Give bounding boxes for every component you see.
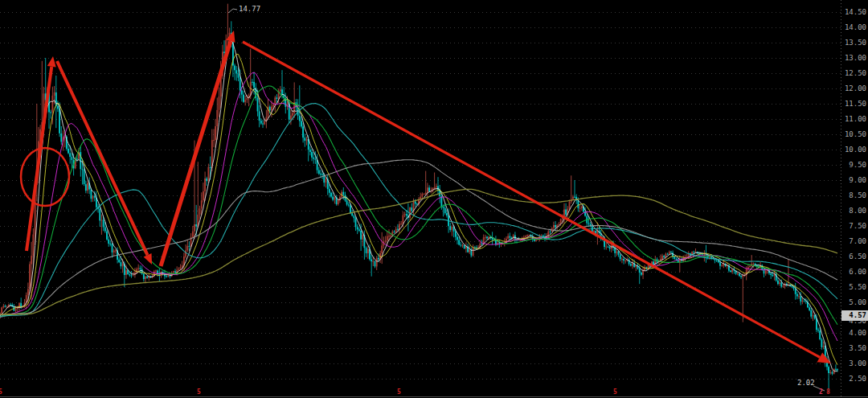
y-axis-label: 14.00 — [839, 24, 866, 31]
up-arrow-2-annotation — [161, 41, 231, 266]
y-axis-label: 6.00 — [839, 269, 866, 276]
x-axis-label: 5 — [613, 389, 617, 396]
y-axis-label: 13.00 — [839, 55, 866, 62]
y-axis-label: 8.50 — [839, 192, 866, 199]
y-axis-label: 10.00 — [839, 146, 866, 154]
y-axis-label: 11.00 — [839, 116, 866, 123]
y-axis-label: 9.50 — [839, 162, 866, 169]
y-axis-label: 13.50 — [839, 39, 866, 47]
x-axis-label: 5 — [0, 389, 2, 396]
x-axis-label: 2 — [819, 389, 823, 396]
y-axis-label: 3.00 — [839, 360, 866, 367]
y-axis-label: 10.50 — [839, 131, 866, 138]
y-axis-label: 5.50 — [839, 284, 866, 291]
current-price-tag: 4.57 — [841, 310, 868, 321]
y-axis-label: 12.50 — [839, 70, 866, 77]
y-axis-label: 14.50 — [839, 9, 866, 16]
x-axis-label: 5 — [397, 389, 401, 396]
stock-chart-window: 14.5014.0013.5013.0012.5012.0011.5011.00… — [0, 0, 868, 398]
y-axis-label: 7.50 — [839, 223, 866, 230]
y-axis-label: 6.50 — [839, 253, 866, 261]
y-axis-label: 4.00 — [839, 330, 866, 337]
y-axis-label: 9.00 — [839, 177, 866, 184]
down-arrow-annotation — [57, 61, 148, 255]
trendline-downtrend-annotation — [243, 42, 820, 357]
y-axis-label: 7.00 — [839, 238, 866, 245]
y-axis-label: 12.00 — [839, 85, 866, 92]
y-axis-label: 3.50 — [839, 345, 866, 352]
x-axis-label: 8 — [826, 389, 830, 396]
candles-layer — [0, 4, 838, 394]
ma120-line — [0, 160, 837, 315]
up-arrow-2-arrowhead — [226, 31, 235, 43]
candlestick-chart-canvas[interactable] — [0, 0, 868, 398]
low-price-label: 2.02 — [797, 380, 815, 387]
y-axis-label: 11.50 — [839, 101, 866, 108]
y-axis-label: 5.00 — [839, 299, 866, 306]
y-axis-label: 8.00 — [839, 207, 866, 215]
peak-price-label: 14.77 — [239, 6, 260, 13]
y-axis-label: 2.50 — [839, 375, 866, 383]
x-axis-label: 5 — [197, 389, 201, 396]
